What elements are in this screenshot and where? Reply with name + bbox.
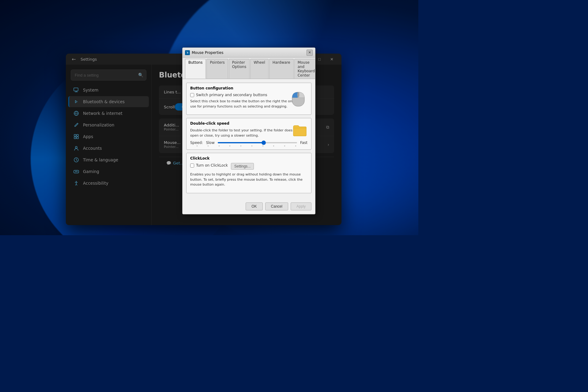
- cancel-button[interactable]: Cancel: [265, 202, 288, 210]
- dialog-close-button[interactable]: ✕: [307, 50, 313, 56]
- apply-button[interactable]: Apply: [291, 202, 311, 210]
- speed-row: Speed: Slow Fast: [190, 141, 307, 145]
- tab-pointer-options[interactable]: Pointer Options: [229, 59, 250, 79]
- slider-dot: [284, 145, 285, 146]
- clicklock-checkbox-row: Turn on ClickLock: [190, 163, 228, 168]
- slider-dot: [208, 145, 209, 146]
- double-click-title: Double-click speed: [190, 121, 307, 126]
- double-click-desc: Double-click the folder to test your set…: [190, 128, 307, 138]
- tab-pointers[interactable]: Pointers: [206, 59, 228, 79]
- speed-label: Speed:: [190, 141, 203, 145]
- clicklock-title: ClickLock: [190, 156, 307, 160]
- slider-dot: [219, 145, 220, 146]
- test-folder[interactable]: [292, 121, 307, 140]
- tab-buttons[interactable]: Buttons: [185, 59, 206, 79]
- clicklock-settings-button[interactable]: Settings...: [231, 163, 254, 170]
- switch-buttons-checkbox[interactable]: [190, 93, 194, 97]
- fast-label: Fast: [300, 141, 307, 145]
- dialog-content: Button configuration Switch primary and …: [183, 79, 315, 200]
- slider-dot: [251, 145, 252, 146]
- speed-slider-track[interactable]: [218, 142, 297, 143]
- dialog-title-icon: 🖱: [185, 50, 190, 55]
- mouse-properties-dialog: 🖱 Mouse Properties ✕ Buttons Pointers Po…: [182, 47, 315, 214]
- button-config-section: Button configuration Switch primary and …: [186, 83, 311, 115]
- slider-fill: [218, 142, 265, 143]
- clicklock-label[interactable]: Turn on ClickLock: [196, 163, 228, 168]
- slider-dot: [229, 145, 230, 146]
- ok-button[interactable]: OK: [246, 202, 262, 210]
- slider-dot: [295, 145, 296, 146]
- slider-dot: [262, 145, 263, 146]
- clicklock-checkbox[interactable]: [190, 164, 194, 168]
- tab-mouse-keyboard[interactable]: Mouse and Keyboard Center: [294, 59, 315, 79]
- slider-dot: [240, 145, 241, 146]
- tab-hardware[interactable]: Hardware: [269, 59, 294, 79]
- dialog-title-text: Mouse Properties: [192, 51, 307, 55]
- tab-wheel[interactable]: Wheel: [250, 59, 269, 79]
- clicklock-desc: Enables you to highlight or drag without…: [190, 172, 307, 187]
- dialog-tabs: Buttons Pointers Pointer Options Wheel H…: [183, 58, 315, 79]
- slider-thumb[interactable]: [262, 141, 266, 145]
- slider-dot: [273, 145, 274, 146]
- slider-dot: [197, 145, 198, 146]
- slow-label: Slow: [206, 141, 215, 145]
- switch-buttons-label[interactable]: Switch primary and secondary buttons: [196, 93, 267, 97]
- mouse-image: [289, 86, 307, 107]
- clicklock-section: ClickLock Turn on ClickLock Settings... …: [186, 153, 311, 193]
- slider-dots: [190, 145, 307, 146]
- dialog-titlebar: 🖱 Mouse Properties ✕: [183, 48, 315, 58]
- double-click-section: Double-click speed Double-click the fold…: [186, 118, 311, 150]
- dialog-buttons: OK Cancel Apply: [183, 200, 315, 214]
